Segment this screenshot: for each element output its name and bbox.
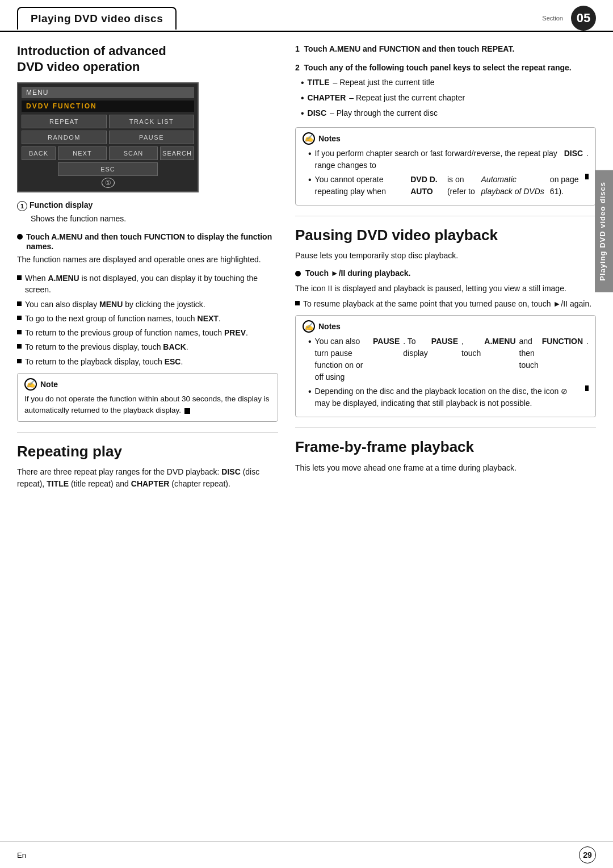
touch-play-title: Touch ►/II during playback.	[305, 269, 411, 278]
bullet-menu: You can also display MENU by clicking th…	[17, 299, 278, 310]
dvd-bottom-row: BACK NEXT SCAN SEARCH	[22, 146, 194, 160]
page-badge: 29	[579, 846, 596, 863]
dvd-btn-repeat[interactable]: REPEAT	[22, 115, 107, 128]
notes-list: If you perform chapter search or fast fo…	[308, 148, 589, 198]
touch-play-text: The icon II is displayed and playback is…	[295, 283, 596, 295]
pause-note-1: You can also turn pause function on or o…	[308, 336, 589, 383]
bullet-prev: To return to the previous group of funct…	[17, 327, 278, 338]
bullet-next: To go to the next group of function name…	[17, 313, 278, 324]
step1-text: 1 Touch A.MENU and FUNCTION and then tou…	[295, 43, 596, 55]
step2-section: 2 Touch any of the following touch panel…	[295, 62, 596, 120]
side-tab: Playing DVD video discs	[595, 170, 613, 292]
notes-icon-pause: ✍	[303, 320, 315, 333]
note-title: ✍ Note	[24, 378, 271, 391]
function-display-text: Shows the function names.	[17, 213, 278, 225]
right-column: 1 Touch A.MENU and FUNCTION and then tou…	[295, 43, 596, 490]
repeating-play-text: There are three repeat play ranges for t…	[17, 466, 278, 490]
list-item-chapter: CHAPTER – Repeat just the current chapte…	[301, 92, 596, 105]
left-column: Introduction of advanced DVD video opera…	[17, 43, 278, 490]
repeating-play-title: Repeating play	[17, 443, 278, 460]
touch-amenu-body: The function names are displayed and ope…	[17, 254, 278, 266]
square-bullet-icon	[17, 359, 22, 363]
dvd-function-bar: DVDV FUNCTION	[22, 100, 194, 112]
top-bar-right: Section 05	[542, 6, 596, 31]
dvd-btn-next[interactable]: NEXT	[58, 146, 107, 160]
bullet-esc: To return to the playback display, touch…	[17, 356, 278, 367]
frame-text: This lets you move ahead one frame at a …	[295, 462, 596, 474]
dvd-btn-pause[interactable]: PAUSE	[109, 131, 194, 144]
section-divider	[17, 432, 278, 433]
square-bullet-icon	[17, 316, 22, 320]
stop-icon	[585, 174, 589, 179]
dvd-btn-esc[interactable]: ESC	[58, 162, 158, 176]
bullet-circle-icon	[17, 234, 23, 240]
main-content: Introduction of advanced DVD video opera…	[0, 32, 613, 501]
bullet-back: To return to the previous display, touch…	[17, 341, 278, 353]
pausing-intro: Pause lets you temporarily stop disc pla…	[295, 250, 596, 262]
square-bullet-icon	[17, 344, 22, 349]
list-item-title: TITLE – Repeat just the current title	[301, 77, 596, 90]
circled-1: 1	[17, 201, 27, 211]
function-display-section: 1 Function display Shows the function na…	[17, 200, 278, 225]
stop-icon	[184, 408, 190, 414]
touch-amenu-section: Touch A.MENU and then touch FUNCTION to …	[17, 232, 278, 266]
section-label: Section	[542, 15, 563, 22]
repeat-range-list: TITLE – Repeat just the current title CH…	[301, 77, 596, 120]
stop-icon-2	[585, 385, 589, 391]
note-item-2: You cannot operate repeating play when D…	[308, 174, 589, 198]
lang-label: En	[17, 851, 26, 859]
step1-section: 1 Touch A.MENU and FUNCTION and then tou…	[295, 43, 596, 55]
note-icon: ✍	[24, 378, 37, 391]
dvd-btn-scan[interactable]: SCAN	[109, 146, 158, 160]
note-box: ✍ Note If you do not operate the functio…	[17, 373, 278, 422]
bullet-circle-play	[295, 271, 301, 276]
dvd-btn-random[interactable]: RANDOM	[22, 131, 107, 144]
section-badge: 05	[571, 6, 596, 31]
notes-box-repeat: ✍ Notes If you perform chapter search or…	[295, 127, 596, 206]
bullet-resume: To resume playback at the same point tha…	[295, 298, 596, 309]
section-divider-2	[295, 216, 596, 216]
square-bullet-icon	[17, 330, 22, 334]
pause-note-2: Depending on the disc and the playback l…	[308, 385, 589, 409]
chapter-tab: Playing DVD video discs	[17, 7, 177, 30]
list-item-disc: DISC – Play through the current disc	[301, 107, 596, 120]
bottom-bar: En 29	[0, 841, 613, 868]
notes-title-pause: ✍ Notes	[303, 320, 589, 333]
dvd-btn-back[interactable]: BACK	[22, 146, 56, 160]
notes-title-repeat: ✍ Notes	[303, 132, 589, 145]
touch-amenu-title: Touch A.MENU and then touch FUNCTION to …	[26, 232, 272, 251]
square-bullet-icon	[17, 275, 22, 280]
pause-notes-list: You can also turn pause function on or o…	[308, 336, 589, 409]
step2-text: 2 Touch any of the following touch panel…	[295, 62, 596, 74]
dvd-btn-search[interactable]: SEARCH	[160, 146, 194, 160]
top-bar-left: Playing DVD video discs	[17, 7, 177, 30]
section-divider-3	[295, 427, 596, 428]
square-bullet-icon	[17, 301, 22, 306]
dvd-arrow-label: ①	[22, 178, 194, 187]
note-item-1: If you perform chapter search or fast fo…	[308, 148, 589, 171]
notes-icon-repeat: ✍	[303, 132, 315, 145]
function-display-title: Function display	[30, 200, 93, 209]
frame-title: Frame-by-frame playback	[295, 438, 596, 456]
pausing-title: Pausing DVD video playback	[295, 227, 596, 244]
square-bullet-icon	[295, 301, 300, 305]
dvd-btn-tracklist[interactable]: TRACK LIST	[109, 115, 194, 128]
notes-box-pause: ✍ Notes You can also turn pause function…	[295, 315, 596, 417]
bullet-amenu: When A.MENU is not displayed, you can di…	[17, 272, 278, 296]
note-text: If you do not operate the function withi…	[24, 393, 271, 417]
dvd-menu-bar: MENU	[22, 87, 194, 98]
intro-title: Introduction of advanced DVD video opera…	[17, 43, 278, 74]
page-number-container: 29	[579, 846, 596, 863]
dvd-ui-mockup: MENU DVDV FUNCTION REPEAT TRACK LIST RAN…	[17, 82, 199, 192]
top-bar: Playing DVD video discs Section 05	[0, 0, 613, 32]
dvd-buttons-grid: REPEAT TRACK LIST RANDOM PAUSE	[22, 115, 194, 144]
